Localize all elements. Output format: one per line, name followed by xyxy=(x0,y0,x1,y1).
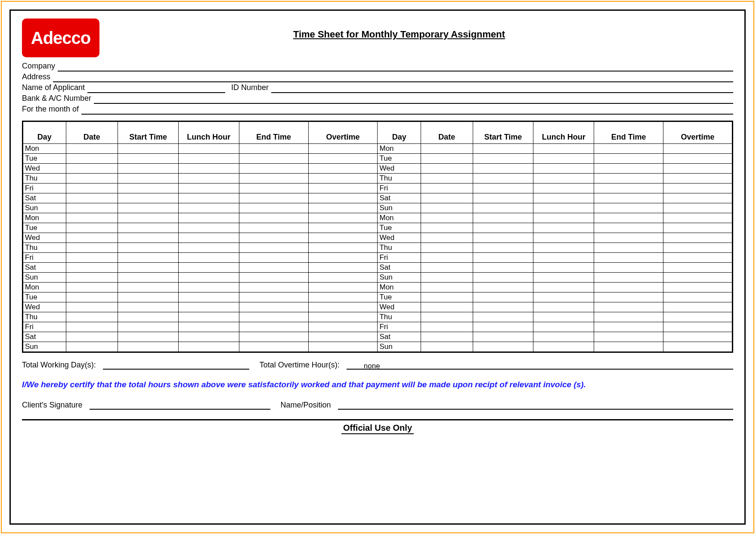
cell-ot-left[interactable] xyxy=(308,342,378,352)
cell-start-left[interactable] xyxy=(118,164,179,174)
cell-ot-right[interactable] xyxy=(663,164,733,174)
cell-date-left[interactable] xyxy=(66,292,118,302)
cell-end-left[interactable] xyxy=(239,203,308,213)
cell-date-right[interactable] xyxy=(421,253,473,263)
cell-end-left[interactable] xyxy=(239,144,308,154)
cell-end-right[interactable] xyxy=(594,273,663,283)
cell-date-right[interactable] xyxy=(421,164,473,174)
cell-date-right[interactable] xyxy=(421,213,473,223)
cell-ot-right[interactable] xyxy=(663,312,733,322)
cell-date-right[interactable] xyxy=(421,184,473,193)
cell-end-left[interactable] xyxy=(239,263,308,273)
cell-date-left[interactable] xyxy=(66,243,118,253)
cell-end-right[interactable] xyxy=(594,302,663,312)
cell-ot-left[interactable] xyxy=(308,332,378,342)
cell-date-right[interactable] xyxy=(421,292,473,302)
address-field[interactable] xyxy=(53,75,733,82)
cell-lunch-left[interactable] xyxy=(178,144,239,154)
cell-start-right[interactable] xyxy=(473,302,533,312)
cell-lunch-right[interactable] xyxy=(533,154,594,164)
cell-lunch-right[interactable] xyxy=(533,332,594,342)
cell-ot-left[interactable] xyxy=(308,223,378,233)
cell-end-left[interactable] xyxy=(239,273,308,283)
cell-lunch-right[interactable] xyxy=(533,253,594,263)
cell-ot-right[interactable] xyxy=(663,332,733,342)
cell-start-left[interactable] xyxy=(118,223,179,233)
cell-start-left[interactable] xyxy=(118,322,179,332)
cell-end-right[interactable] xyxy=(594,233,663,243)
cell-lunch-left[interactable] xyxy=(178,322,239,332)
cell-lunch-right[interactable] xyxy=(533,243,594,253)
cell-lunch-right[interactable] xyxy=(533,322,594,332)
cell-date-left[interactable] xyxy=(66,144,118,154)
cell-start-right[interactable] xyxy=(473,243,533,253)
cell-date-right[interactable] xyxy=(421,342,473,352)
cell-ot-left[interactable] xyxy=(308,302,378,312)
cell-lunch-left[interactable] xyxy=(178,332,239,342)
cell-end-left[interactable] xyxy=(239,302,308,312)
cell-end-right[interactable] xyxy=(594,174,663,184)
cell-ot-left[interactable] xyxy=(308,292,378,302)
cell-end-right[interactable] xyxy=(594,203,663,213)
cell-lunch-left[interactable] xyxy=(178,164,239,174)
cell-ot-left[interactable] xyxy=(308,253,378,263)
cell-start-right[interactable] xyxy=(473,223,533,233)
cell-end-left[interactable] xyxy=(239,342,308,352)
cell-date-right[interactable] xyxy=(421,243,473,253)
cell-end-right[interactable] xyxy=(594,193,663,203)
cell-start-left[interactable] xyxy=(118,193,179,203)
cell-end-left[interactable] xyxy=(239,154,308,164)
cell-ot-right[interactable] xyxy=(663,263,733,273)
cell-date-left[interactable] xyxy=(66,342,118,352)
cell-ot-right[interactable] xyxy=(663,203,733,213)
name-position-field[interactable] xyxy=(338,402,733,410)
cell-lunch-right[interactable] xyxy=(533,184,594,193)
cell-date-left[interactable] xyxy=(66,312,118,322)
cell-start-right[interactable] xyxy=(473,312,533,322)
cell-ot-right[interactable] xyxy=(663,342,733,352)
cell-ot-left[interactable] xyxy=(308,283,378,292)
cell-start-left[interactable] xyxy=(118,283,179,292)
cell-date-right[interactable] xyxy=(421,322,473,332)
cell-date-right[interactable] xyxy=(421,203,473,213)
cell-start-left[interactable] xyxy=(118,332,179,342)
cell-lunch-left[interactable] xyxy=(178,213,239,223)
cell-date-right[interactable] xyxy=(421,302,473,312)
cell-start-right[interactable] xyxy=(473,193,533,203)
cell-date-right[interactable] xyxy=(421,273,473,283)
cell-start-right[interactable] xyxy=(473,332,533,342)
cell-start-left[interactable] xyxy=(118,154,179,164)
cell-lunch-left[interactable] xyxy=(178,184,239,193)
cell-start-right[interactable] xyxy=(473,213,533,223)
cell-end-left[interactable] xyxy=(239,322,308,332)
cell-lunch-left[interactable] xyxy=(178,243,239,253)
cell-ot-right[interactable] xyxy=(663,223,733,233)
cell-lunch-right[interactable] xyxy=(533,292,594,302)
cell-ot-left[interactable] xyxy=(308,213,378,223)
cell-lunch-left[interactable] xyxy=(178,292,239,302)
cell-lunch-right[interactable] xyxy=(533,223,594,233)
cell-ot-right[interactable] xyxy=(663,154,733,164)
cell-end-left[interactable] xyxy=(239,292,308,302)
cell-start-left[interactable] xyxy=(118,302,179,312)
cell-start-left[interactable] xyxy=(118,233,179,243)
cell-ot-right[interactable] xyxy=(663,174,733,184)
cell-lunch-right[interactable] xyxy=(533,193,594,203)
cell-end-right[interactable] xyxy=(594,263,663,273)
cell-lunch-left[interactable] xyxy=(178,174,239,184)
cell-start-right[interactable] xyxy=(473,144,533,154)
cell-start-right[interactable] xyxy=(473,184,533,193)
cell-date-left[interactable] xyxy=(66,283,118,292)
cell-lunch-right[interactable] xyxy=(533,312,594,322)
cell-start-left[interactable] xyxy=(118,273,179,283)
cell-end-right[interactable] xyxy=(594,342,663,352)
cell-ot-right[interactable] xyxy=(663,292,733,302)
cell-lunch-left[interactable] xyxy=(178,193,239,203)
cell-lunch-right[interactable] xyxy=(533,164,594,174)
cell-lunch-right[interactable] xyxy=(533,144,594,154)
cell-date-left[interactable] xyxy=(66,154,118,164)
cell-end-right[interactable] xyxy=(594,322,663,332)
client-signature-field[interactable] xyxy=(90,402,270,410)
cell-ot-right[interactable] xyxy=(663,233,733,243)
cell-start-right[interactable] xyxy=(473,233,533,243)
